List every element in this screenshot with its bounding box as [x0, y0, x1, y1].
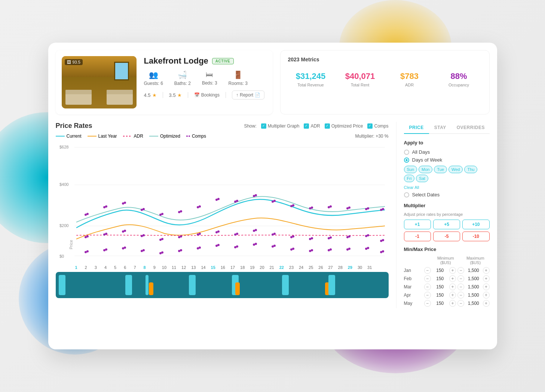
may-max-plus[interactable]: +: [483, 300, 490, 307]
month-jan: Jan: [404, 268, 423, 273]
may-max-minus[interactable]: −: [457, 300, 464, 307]
show-multiplier-graph[interactable]: ✓ Multiplier Graph: [261, 123, 300, 129]
minmax-jan: Jan − 150 + − 1,500 +: [404, 267, 490, 274]
file-icon: 📄: [255, 92, 260, 98]
main-card: 🖼 93.5 Lakefront Lodge ACTIVE 👥 Guests: …: [48, 43, 497, 349]
property-title-row: Lakefront Lodge ACTIVE: [144, 56, 267, 66]
svg-text:$0: $0: [59, 254, 64, 258]
dow-fri[interactable]: Fri: [404, 175, 415, 182]
dow-mon[interactable]: Mon: [419, 166, 432, 173]
rating-value-1: 4.5: [144, 92, 151, 98]
mult-minus-10[interactable]: -10: [462, 232, 489, 241]
svg-point-32: [292, 204, 294, 206]
dow-sun[interactable]: Sun: [404, 166, 417, 173]
star-icon-2: ★: [177, 92, 182, 98]
show-multiplier-label: Multiplier Graph: [268, 123, 300, 129]
feb-max-plus[interactable]: +: [483, 275, 490, 282]
mult-plus-10[interactable]: +10: [462, 220, 489, 229]
bookings-link[interactable]: 📅 Bookings: [194, 92, 220, 98]
dow-thu[interactable]: Thu: [464, 166, 477, 173]
svg-point-64: [273, 233, 276, 235]
svg-text:Price: Price: [69, 240, 73, 249]
legend-dashed-adr: [123, 136, 132, 137]
apr-min-group: − 150 +: [424, 292, 456, 298]
show-optimized-price[interactable]: ✓ Optimized Price: [325, 123, 363, 129]
mar-min-plus[interactable]: +: [449, 284, 456, 290]
svg-point-80: [105, 248, 107, 251]
content-area: Price Rates Show: ✓ Multiplier Graph ✓ A…: [56, 122, 490, 308]
dow-wed[interactable]: Wed: [448, 166, 463, 173]
dow-sat[interactable]: Sat: [416, 175, 428, 182]
minmax-mar: Mar − 150 + − 1,500 +: [404, 284, 490, 290]
show-adr[interactable]: ✓ ADR: [304, 123, 320, 129]
mult-minus-1[interactable]: -1: [404, 232, 431, 241]
report-button[interactable]: ↑ Report 📄: [232, 91, 264, 99]
minmax-apr: Apr − 150 + − 1,500 +: [404, 292, 490, 298]
mult-plus-5[interactable]: +5: [433, 220, 460, 229]
ratings-divider-3: [226, 92, 226, 98]
select-dates-option[interactable]: Select Dates: [404, 192, 490, 197]
apr-min-value: 150: [432, 293, 449, 298]
minmax-may: May − 150 + − 1,500 +: [404, 300, 490, 307]
day-num-15: 15: [209, 265, 217, 270]
svg-point-60: [236, 233, 238, 235]
rooms-icon: 🚪: [233, 70, 243, 79]
svg-text:$200: $200: [59, 223, 68, 228]
jan-min-minus[interactable]: −: [424, 267, 431, 274]
jan-max-plus[interactable]: +: [483, 267, 490, 274]
show-comps[interactable]: ✓ Comps: [367, 123, 388, 129]
metric-adr-value: $783: [391, 71, 429, 81]
apr-max-value: 1,500: [465, 293, 482, 298]
mult-minus-5[interactable]: -5: [433, 232, 460, 241]
svg-point-40: [367, 207, 369, 209]
feb-min-group: − 150 +: [424, 275, 456, 282]
jan-min-plus[interactable]: +: [449, 267, 456, 274]
property-image: 🖼 93.5: [62, 56, 137, 108]
tab-stay[interactable]: STAY: [429, 122, 451, 134]
apply-to-radio-group: All Days Days of Week: [404, 149, 490, 163]
may-min-plus[interactable]: +: [449, 300, 456, 307]
svg-point-74: [367, 234, 369, 236]
legend-label-comps: Comps: [192, 134, 206, 139]
mar-max-minus[interactable]: −: [457, 284, 464, 290]
clear-all-link[interactable]: Clear All: [404, 185, 490, 190]
svg-point-58: [217, 230, 220, 233]
checkbox-adr: ✓: [304, 123, 309, 129]
may-min-minus[interactable]: −: [424, 300, 431, 307]
radio-days-of-week[interactable]: Days of Week: [404, 157, 490, 163]
may-min-group: − 150 +: [424, 300, 456, 307]
mult-plus-1[interactable]: +1: [404, 220, 431, 229]
multiplier-section: Multiplier Adjust price rates by percent…: [404, 203, 490, 241]
active-badge: ACTIVE: [212, 58, 234, 64]
svg-point-70: [330, 236, 332, 239]
tab-price[interactable]: PRICE: [404, 122, 429, 134]
dot1: [186, 135, 188, 137]
svg-point-22: [199, 205, 201, 208]
apr-max-plus[interactable]: +: [483, 292, 490, 298]
legend-last-year: Last Year: [88, 134, 117, 139]
apr-min-minus[interactable]: −: [424, 292, 431, 298]
rating-1: 4.5 ★: [144, 92, 157, 98]
svg-point-110: [382, 250, 384, 252]
metric-revenue-label: Total Revenue: [292, 83, 330, 87]
radio-all-days[interactable]: All Days: [404, 149, 490, 155]
feb-max-minus[interactable]: −: [457, 275, 464, 282]
jan-max-minus[interactable]: −: [457, 267, 464, 274]
feb-min-plus[interactable]: +: [449, 275, 456, 282]
apr-max-minus[interactable]: −: [457, 292, 464, 298]
day-num-11: 11: [170, 265, 178, 270]
feb-min-minus[interactable]: −: [424, 275, 431, 282]
mar-min-minus[interactable]: −: [424, 284, 431, 290]
mar-max-plus[interactable]: +: [483, 284, 490, 290]
day-num-23: 23: [288, 265, 295, 270]
day-num-16: 16: [219, 265, 227, 270]
amenity-baths: 🛁 Baths: 2: [174, 70, 191, 86]
dow-tue[interactable]: Tue: [434, 166, 447, 173]
svg-point-102: [311, 249, 313, 251]
apr-min-plus[interactable]: +: [449, 292, 456, 298]
day-num-9: 9: [151, 265, 158, 270]
day-num-20: 20: [258, 265, 266, 270]
tab-overrides[interactable]: OVERRIDES: [451, 122, 490, 134]
legend-optimized: Optimized: [149, 134, 180, 139]
metric-revenue-value: $31,245: [292, 71, 330, 81]
